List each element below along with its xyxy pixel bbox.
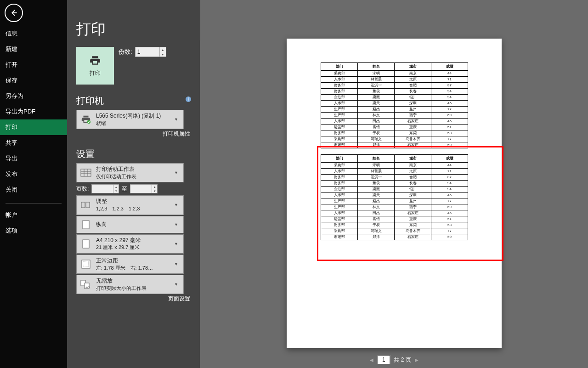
chevron-down-icon: ▼ xyxy=(174,203,181,207)
copies-label: 份数: xyxy=(119,48,132,56)
printer-status: 就绪 xyxy=(96,120,174,127)
next-page-button[interactable]: ▶ xyxy=(415,357,418,362)
prev-page-button[interactable]: ◀ xyxy=(370,357,373,362)
nav-open[interactable]: 打开 xyxy=(0,57,67,73)
scaling-icon: 100 xyxy=(79,278,92,291)
printer-name: L565 Series(网络) (复制 1) xyxy=(96,112,174,120)
sheets-icon xyxy=(79,166,92,179)
info-icon[interactable]: i xyxy=(186,96,191,102)
print-button-label: 打印 xyxy=(90,69,101,77)
nav-export-pdf[interactable]: 导出为PDF xyxy=(0,104,67,119)
copies-value: 1 xyxy=(137,49,141,55)
pages-to-label: 至 xyxy=(122,185,127,193)
preview-table-2: 部门姓名城市成绩 采购部宋明南京44人事部林哲晨太原71财务部崔淇一合肥87财务… xyxy=(321,154,468,240)
nav-new[interactable]: 新建 xyxy=(0,41,67,57)
nav-options[interactable]: 选项 xyxy=(0,223,67,238)
nav-list: 信息 新建 打开 保存 另存为 导出为PDF 打印 共享 导出 发布 关闭 帐户… xyxy=(0,26,67,238)
collate-select[interactable]: 调整 1,2,3 1,2,3 1,2,3 ▼ xyxy=(76,195,184,215)
separator xyxy=(6,203,62,204)
settings-section-title: 设置 xyxy=(76,148,191,160)
chevron-down-icon: ▼ xyxy=(174,242,181,246)
printer-icon xyxy=(88,55,102,67)
svg-rect-6 xyxy=(81,202,85,208)
printer-ready-icon xyxy=(79,113,92,126)
scaling-select[interactable]: 100 无缩放 打印实际大小的工作表 ▼ xyxy=(76,275,184,294)
print-panel: 打印 打印 份数: 1 ▲▼ 打印机 i L565 Series(网络) (复制… xyxy=(67,0,200,368)
preview-table-1: 部门姓名城市成绩 采购部宋明南京44人事部林哲晨太原71财务部崔淇一合肥87财务… xyxy=(321,62,468,148)
orientation-select[interactable]: 纵向 ▼ xyxy=(76,216,184,233)
nav-print[interactable]: 打印 xyxy=(0,119,67,135)
sidebar: 信息 新建 打开 保存 另存为 导出为PDF 打印 共享 导出 发布 关闭 帐户… xyxy=(0,0,67,368)
page-setup-link[interactable]: 页面设置 xyxy=(76,295,190,303)
nav-saveas[interactable]: 另存为 xyxy=(0,88,67,104)
print-button[interactable]: 打印 xyxy=(76,47,114,85)
chevron-down-icon: ▼ xyxy=(174,117,181,122)
chevron-down-icon: ▼ xyxy=(174,262,181,266)
page-total-label: 共 2 页 xyxy=(394,356,411,364)
chevron-down-icon: ▼ xyxy=(174,282,181,287)
svg-text:100: 100 xyxy=(85,285,90,288)
pages-from-input[interactable]: ▲▼ xyxy=(91,184,119,193)
portrait-icon xyxy=(79,218,92,231)
nav-export[interactable]: 导出 xyxy=(0,151,67,166)
printer-section-title: 打印机 i xyxy=(76,95,191,107)
pages-label: 页数: xyxy=(76,185,89,193)
current-page-input[interactable] xyxy=(377,355,390,364)
printer-select[interactable]: L565 Series(网络) (复制 1) 就绪 ▼ xyxy=(76,110,184,129)
nav-close[interactable]: 关闭 xyxy=(0,182,67,198)
collate-icon xyxy=(79,198,92,211)
page-title: 打印 xyxy=(76,0,191,47)
svg-rect-1 xyxy=(81,169,91,176)
back-button[interactable] xyxy=(5,4,23,22)
paper-size-select[interactable]: A4 210 x 297 毫米 21 厘米 x 29.7 厘米 ▼ xyxy=(76,234,184,254)
print-what-select[interactable]: 打印活动工作表 仅打印活动工作表 ▼ xyxy=(76,163,184,182)
svg-rect-7 xyxy=(86,202,90,208)
printer-properties-link[interactable]: 打印机属性 xyxy=(76,130,190,138)
chevron-down-icon: ▼ xyxy=(174,170,181,175)
svg-rect-8 xyxy=(83,221,89,229)
margins-icon xyxy=(79,258,92,271)
svg-rect-9 xyxy=(83,240,89,248)
chevron-down-icon: ▼ xyxy=(174,222,181,227)
copies-input[interactable]: 1 ▲▼ xyxy=(135,47,166,57)
pages-to-input[interactable]: ▲▼ xyxy=(130,184,158,193)
nav-share[interactable]: 共享 xyxy=(0,135,67,151)
page-navigator: ◀ 共 2 页 ▶ xyxy=(370,355,418,364)
nav-publish[interactable]: 发布 xyxy=(0,166,67,182)
nav-account[interactable]: 帐户 xyxy=(0,207,67,223)
nav-info[interactable]: 信息 xyxy=(0,26,67,41)
page-icon xyxy=(79,238,92,250)
margins-select[interactable]: 正常边距 左: 1.78 厘米 右: 1.78… ▼ xyxy=(76,255,184,274)
print-preview-page: 部门姓名城市成绩 采购部宋明南京44人事部林哲晨太原71财务部崔淇一合肥87财务… xyxy=(287,39,502,348)
preview-area: 部门姓名城市成绩 采购部宋明南京44人事部林哲晨太原71财务部崔淇一合肥87财务… xyxy=(200,0,588,368)
nav-save[interactable]: 保存 xyxy=(0,73,67,88)
